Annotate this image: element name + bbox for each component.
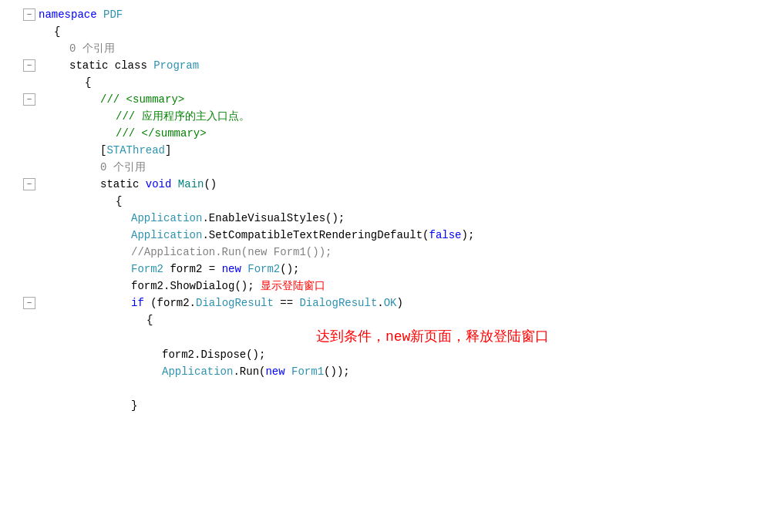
code-content-5: /// <summary> <box>66 91 781 108</box>
code-line-2: 0 个引用 <box>0 40 781 57</box>
code-line-5: −/// <summary> <box>0 91 781 108</box>
code-content-9: 0 个引用 <box>66 159 781 176</box>
code-content-3: static class Program <box>51 57 781 74</box>
code-content-10: static void Main() <box>66 176 781 193</box>
code-content-21: Application.Run(new Form1()); <box>97 363 781 380</box>
code-content-14: //Application.Run(new Form1()); <box>82 244 781 261</box>
code-line-16: form2.ShowDialog(); 显示登陆窗口 <box>0 278 781 295</box>
code-content-19: 达到条件，new新页面，释放登陆窗口 <box>97 328 781 346</box>
code-line-22 <box>0 380 781 397</box>
collapse-btn-10[interactable]: − <box>23 178 35 190</box>
code-content-16: form2.ShowDialog(); 显示登陆窗口 <box>82 278 781 295</box>
code-content-11: { <box>82 193 781 210</box>
code-content-23: } <box>82 397 781 414</box>
code-content-7: /// </summary> <box>82 125 781 142</box>
code-line-9: 0 个引用 <box>0 159 781 176</box>
collapse-btn-17[interactable]: − <box>23 297 35 309</box>
code-line-17: −if (form2.DialogResult == DialogResult.… <box>0 295 781 311</box>
code-line-0: −namespace PDF <box>0 6 781 23</box>
code-line-20: form2.Dispose(); <box>0 346 781 363</box>
code-content-2: 0 个引用 <box>51 40 781 57</box>
code-line-11: { <box>0 193 781 210</box>
code-line-7: /// </summary> <box>0 125 781 142</box>
code-editor: −namespace PDF{0 个引用−static class Progra… <box>0 0 781 532</box>
code-content-4: { <box>66 74 781 91</box>
collapse-btn-0[interactable]: − <box>23 8 35 21</box>
code-content-15: Form2 form2 = new Form2(); <box>82 261 781 278</box>
code-line-8: [STAThread] <box>0 142 781 159</box>
code-line-15: Form2 form2 = new Form2(); <box>0 261 781 278</box>
collapse-btn-5[interactable]: − <box>23 93 35 106</box>
code-line-21: Application.Run(new Form1()); <box>0 363 781 380</box>
code-line-12: Application.EnableVisualStyles(); <box>0 210 781 227</box>
code-content-6: /// 应用程序的主入口点。 <box>82 108 781 125</box>
code-content-12: Application.EnableVisualStyles(); <box>82 210 781 227</box>
code-content-20: form2.Dispose(); <box>97 346 781 363</box>
code-line-13: Application.SetCompatibleTextRenderingDe… <box>0 227 781 244</box>
code-content-22 <box>82 380 781 397</box>
code-line-1: { <box>0 23 781 40</box>
code-line-23: } <box>0 397 781 414</box>
collapse-btn-3[interactable]: − <box>23 59 35 72</box>
code-content-13: Application.SetCompatibleTextRenderingDe… <box>82 227 781 244</box>
code-line-10: −static void Main() <box>0 176 781 193</box>
code-line-14: //Application.Run(new Form1()); <box>0 244 781 261</box>
code-line-19: 达到条件，new新页面，释放登陆窗口 <box>0 328 781 346</box>
code-line-3: −static class Program <box>0 57 781 74</box>
code-line-6: /// 应用程序的主入口点。 <box>0 108 781 125</box>
code-content-0: namespace PDF <box>35 6 781 23</box>
code-content-18: { <box>97 311 781 328</box>
code-content-1: { <box>51 23 781 40</box>
code-line-4: { <box>0 74 781 91</box>
code-content-8: [STAThread] <box>66 142 781 159</box>
code-line-18: { <box>0 311 781 328</box>
code-content-17: if (form2.DialogResult == DialogResult.O… <box>82 295 781 311</box>
